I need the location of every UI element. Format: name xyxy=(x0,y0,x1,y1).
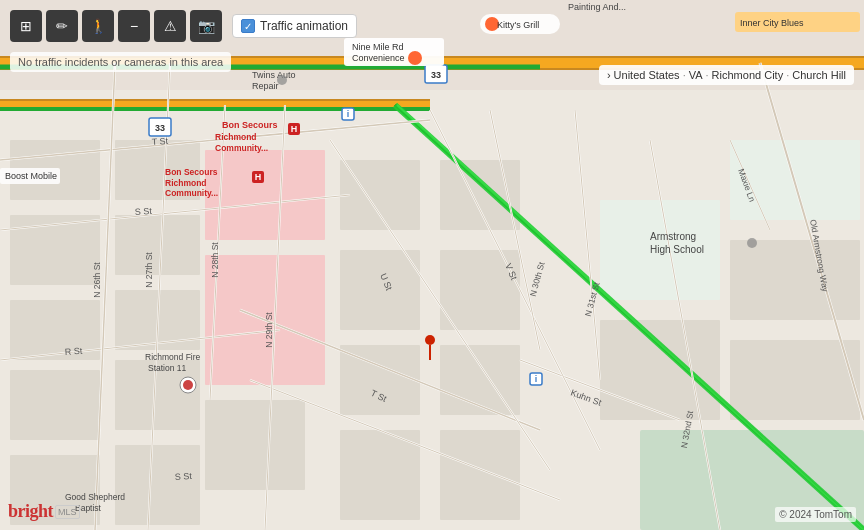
svg-text:Convenience: Convenience xyxy=(352,53,405,63)
status-message: No traffic incidents or cameras in this … xyxy=(18,56,223,68)
svg-rect-32 xyxy=(730,340,860,420)
svg-text:Community...: Community... xyxy=(165,188,218,198)
svg-text:N 28th St: N 28th St xyxy=(210,242,220,278)
alert-tool-button[interactable]: ⚠ xyxy=(154,10,186,42)
breadcrumb-sep-3: · xyxy=(786,69,789,81)
breadcrumb-sep-2: · xyxy=(706,69,709,81)
svg-rect-13 xyxy=(115,215,200,275)
camera-tool-button[interactable]: 📷 xyxy=(190,10,222,42)
svg-text:T St: T St xyxy=(151,136,168,147)
copyright-text: © 2024 TomTom xyxy=(775,507,856,522)
svg-rect-19 xyxy=(205,400,305,490)
mls-badge: MLS xyxy=(55,505,80,519)
svg-text:Painting And...: Painting And... xyxy=(568,2,626,12)
svg-text:N 27th St: N 27th St xyxy=(144,252,154,288)
svg-text:H: H xyxy=(255,172,262,182)
map-container[interactable]: 33 33 Kitty's Grill Inner City Blues Nin… xyxy=(0,0,864,530)
svg-text:Richmond: Richmond xyxy=(165,178,207,188)
svg-point-73 xyxy=(425,335,435,345)
traffic-animation-toggle[interactable]: ✓ Traffic animation xyxy=(232,14,357,38)
svg-text:Nine Mile Rd: Nine Mile Rd xyxy=(352,42,404,52)
toolbar: ⊞ ✏ 🚶 − ⚠ 📷 ✓ Traffic animation xyxy=(10,10,357,42)
breadcrumb-sep-1: · xyxy=(683,69,686,81)
svg-text:S St: S St xyxy=(134,206,152,217)
brand-name: bright xyxy=(8,501,53,522)
breadcrumb-city: Richmond City xyxy=(712,69,784,81)
svg-rect-26 xyxy=(440,345,520,415)
svg-text:Community...: Community... xyxy=(215,143,268,153)
svg-text:33: 33 xyxy=(155,123,165,133)
svg-text:Inner City Blues: Inner City Blues xyxy=(740,18,804,28)
breadcrumb-neighborhood: Church Hill xyxy=(792,69,846,81)
svg-point-49 xyxy=(277,75,287,85)
svg-text:Boost Mobile: Boost Mobile xyxy=(5,171,57,181)
svg-rect-23 xyxy=(340,430,420,520)
grid-tool-button[interactable]: ⊞ xyxy=(10,10,42,42)
breadcrumb-state: VA xyxy=(689,69,703,81)
breadcrumb-sep-start: › xyxy=(607,69,611,81)
svg-text:Richmond Fire: Richmond Fire xyxy=(145,352,201,362)
svg-text:Bon Secours: Bon Secours xyxy=(222,120,278,130)
svg-text:Bon Secours: Bon Secours xyxy=(165,167,218,177)
svg-text:High School: High School xyxy=(650,244,704,255)
svg-text:R St: R St xyxy=(64,346,83,357)
svg-rect-20 xyxy=(340,160,420,230)
svg-text:N 26th St: N 26th St xyxy=(92,262,102,298)
breadcrumb-country: United States xyxy=(614,69,680,81)
status-bar: No traffic incidents or cameras in this … xyxy=(10,52,231,72)
svg-rect-29 xyxy=(600,320,720,420)
svg-text:Repair: Repair xyxy=(252,81,279,91)
traffic-animation-label: Traffic animation xyxy=(260,19,348,33)
svg-rect-31 xyxy=(730,240,860,320)
svg-text:H: H xyxy=(291,124,298,134)
svg-rect-16 xyxy=(115,445,200,525)
svg-text:Kitty's Grill: Kitty's Grill xyxy=(497,20,539,30)
svg-point-44 xyxy=(408,51,422,65)
svg-text:N 29th St: N 29th St xyxy=(264,312,274,348)
svg-text:Twins Auto: Twins Auto xyxy=(252,70,296,80)
svg-point-64 xyxy=(747,238,757,248)
svg-text:i: i xyxy=(535,374,538,384)
svg-text:Station 11: Station 11 xyxy=(148,363,187,373)
svg-text:Richmond: Richmond xyxy=(215,132,257,142)
minus-tool-button[interactable]: − xyxy=(118,10,150,42)
svg-rect-10 xyxy=(10,370,100,440)
person-tool-button[interactable]: 🚶 xyxy=(82,10,114,42)
breadcrumb: › United States · VA · Richmond City · C… xyxy=(599,65,854,85)
edit-tool-button[interactable]: ✏ xyxy=(46,10,78,42)
svg-text:Armstrong: Armstrong xyxy=(650,231,696,242)
svg-rect-21 xyxy=(340,250,420,330)
bottom-logo: bright MLS xyxy=(8,501,80,522)
svg-text:33: 33 xyxy=(431,70,441,80)
svg-text:i: i xyxy=(347,109,350,119)
svg-rect-25 xyxy=(440,250,520,330)
traffic-animation-checkbox[interactable]: ✓ xyxy=(241,19,255,33)
svg-rect-27 xyxy=(440,430,520,520)
svg-text:S St: S St xyxy=(174,471,192,482)
svg-point-68 xyxy=(183,380,193,390)
